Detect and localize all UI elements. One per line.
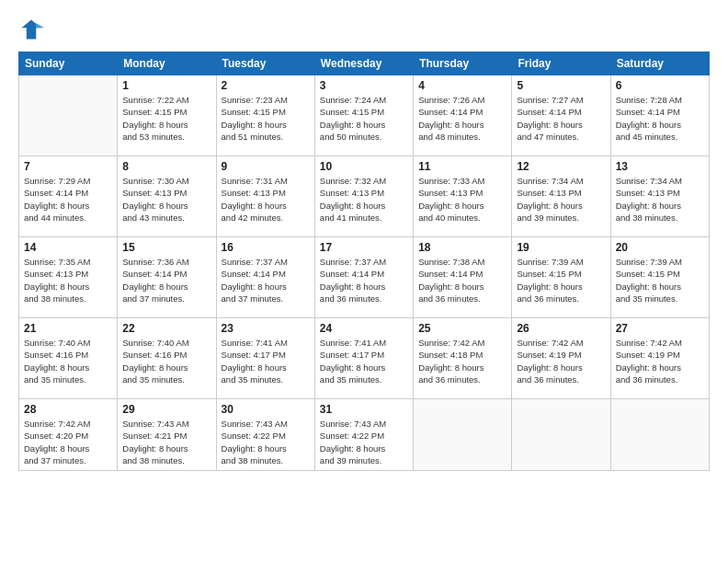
- day-number: 10: [320, 160, 408, 173]
- day-cell: 28Sunrise: 7:42 AM Sunset: 4:20 PM Dayli…: [19, 399, 118, 471]
- cell-content: Sunrise: 7:35 AM Sunset: 4:13 PM Dayligh…: [24, 256, 112, 304]
- day-number: 3: [320, 79, 408, 92]
- weekday-header-friday: Friday: [512, 52, 610, 75]
- weekday-header-sunday: Sunday: [19, 52, 118, 75]
- week-row-3: 14Sunrise: 7:35 AM Sunset: 4:13 PM Dayli…: [19, 237, 710, 318]
- day-cell: 5Sunrise: 7:27 AM Sunset: 4:14 PM Daylig…: [512, 75, 610, 156]
- cell-content: Sunrise: 7:24 AM Sunset: 4:15 PM Dayligh…: [320, 94, 408, 143]
- day-cell: [19, 75, 118, 156]
- day-cell: 8Sunrise: 7:30 AM Sunset: 4:13 PM Daylig…: [118, 156, 216, 237]
- cell-content: Sunrise: 7:22 AM Sunset: 4:15 PM Dayligh…: [122, 94, 210, 143]
- day-number: 24: [320, 322, 408, 335]
- day-cell: 23Sunrise: 7:41 AM Sunset: 4:17 PM Dayli…: [216, 318, 314, 399]
- cell-content: Sunrise: 7:31 AM Sunset: 4:13 PM Dayligh…: [222, 175, 310, 224]
- day-number: 5: [517, 79, 605, 92]
- day-cell: [414, 399, 512, 471]
- day-number: 26: [517, 322, 605, 335]
- day-cell: 20Sunrise: 7:39 AM Sunset: 4:15 PM Dayli…: [610, 237, 709, 318]
- day-cell: 30Sunrise: 7:43 AM Sunset: 4:22 PM Dayli…: [216, 399, 314, 471]
- day-number: 22: [122, 322, 210, 335]
- week-row-5: 28Sunrise: 7:42 AM Sunset: 4:20 PM Dayli…: [19, 399, 710, 471]
- day-number: 7: [24, 160, 112, 173]
- cell-content: Sunrise: 7:23 AM Sunset: 4:15 PM Dayligh…: [222, 94, 310, 143]
- weekday-header-monday: Monday: [118, 52, 216, 75]
- day-number: 27: [616, 322, 704, 335]
- day-number: 13: [616, 160, 704, 173]
- cell-content: Sunrise: 7:33 AM Sunset: 4:13 PM Dayligh…: [418, 175, 506, 224]
- cell-content: Sunrise: 7:34 AM Sunset: 4:13 PM Dayligh…: [517, 175, 605, 224]
- day-cell: [610, 399, 709, 471]
- day-cell: 17Sunrise: 7:37 AM Sunset: 4:14 PM Dayli…: [314, 237, 413, 318]
- day-cell: 31Sunrise: 7:43 AM Sunset: 4:22 PM Dayli…: [314, 399, 413, 471]
- day-number: 30: [222, 403, 310, 416]
- day-number: 8: [122, 160, 210, 173]
- day-cell: 9Sunrise: 7:31 AM Sunset: 4:13 PM Daylig…: [216, 156, 314, 237]
- day-cell: 3Sunrise: 7:24 AM Sunset: 4:15 PM Daylig…: [314, 75, 413, 156]
- day-cell: 12Sunrise: 7:34 AM Sunset: 4:13 PM Dayli…: [512, 156, 610, 237]
- day-cell: 24Sunrise: 7:41 AM Sunset: 4:17 PM Dayli…: [314, 318, 413, 399]
- cell-content: Sunrise: 7:32 AM Sunset: 4:13 PM Dayligh…: [320, 175, 408, 224]
- cell-content: Sunrise: 7:41 AM Sunset: 4:17 PM Dayligh…: [320, 337, 408, 385]
- logo: [18, 17, 48, 42]
- weekday-header-thursday: Thursday: [414, 52, 512, 75]
- svg-marker-0: [22, 20, 41, 40]
- day-number: 25: [418, 322, 506, 335]
- cell-content: Sunrise: 7:43 AM Sunset: 4:22 PM Dayligh…: [222, 418, 310, 466]
- day-cell: 4Sunrise: 7:26 AM Sunset: 4:14 PM Daylig…: [414, 75, 512, 156]
- cell-content: Sunrise: 7:37 AM Sunset: 4:14 PM Dayligh…: [222, 256, 310, 304]
- svg-marker-1: [36, 23, 44, 28]
- cell-content: Sunrise: 7:34 AM Sunset: 4:13 PM Dayligh…: [616, 175, 704, 224]
- weekday-header-tuesday: Tuesday: [216, 52, 314, 75]
- day-number: 17: [320, 241, 408, 254]
- cell-content: Sunrise: 7:42 AM Sunset: 4:20 PM Dayligh…: [24, 418, 112, 466]
- cell-content: Sunrise: 7:39 AM Sunset: 4:15 PM Dayligh…: [616, 256, 704, 304]
- day-cell: 14Sunrise: 7:35 AM Sunset: 4:13 PM Dayli…: [19, 237, 118, 318]
- cell-content: Sunrise: 7:27 AM Sunset: 4:14 PM Dayligh…: [517, 94, 605, 143]
- day-number: 29: [122, 403, 210, 416]
- header: [18, 17, 710, 42]
- day-number: 11: [418, 160, 506, 173]
- day-number: 12: [517, 160, 605, 173]
- cell-content: Sunrise: 7:29 AM Sunset: 4:14 PM Dayligh…: [24, 175, 112, 224]
- weekday-header-row: SundayMondayTuesdayWednesdayThursdayFrid…: [19, 52, 710, 75]
- day-number: 31: [320, 403, 408, 416]
- day-cell: 27Sunrise: 7:42 AM Sunset: 4:19 PM Dayli…: [610, 318, 709, 399]
- cell-content: Sunrise: 7:26 AM Sunset: 4:14 PM Dayligh…: [418, 94, 506, 143]
- day-cell: 29Sunrise: 7:43 AM Sunset: 4:21 PM Dayli…: [118, 399, 216, 471]
- day-number: 4: [418, 79, 506, 92]
- day-number: 2: [222, 79, 310, 92]
- weekday-header-saturday: Saturday: [610, 52, 709, 75]
- day-number: 21: [24, 322, 112, 335]
- day-number: 6: [616, 79, 704, 92]
- cell-content: Sunrise: 7:37 AM Sunset: 4:14 PM Dayligh…: [320, 256, 408, 304]
- cell-content: Sunrise: 7:28 AM Sunset: 4:14 PM Dayligh…: [616, 94, 704, 143]
- day-number: 19: [517, 241, 605, 254]
- day-cell: 6Sunrise: 7:28 AM Sunset: 4:14 PM Daylig…: [610, 75, 709, 156]
- cell-content: Sunrise: 7:43 AM Sunset: 4:21 PM Dayligh…: [122, 418, 210, 466]
- cell-content: Sunrise: 7:39 AM Sunset: 4:15 PM Dayligh…: [517, 256, 605, 304]
- day-cell: 16Sunrise: 7:37 AM Sunset: 4:14 PM Dayli…: [216, 237, 314, 318]
- day-number: 23: [222, 322, 310, 335]
- day-number: 28: [24, 403, 112, 416]
- day-number: 16: [222, 241, 310, 254]
- day-cell: 21Sunrise: 7:40 AM Sunset: 4:16 PM Dayli…: [19, 318, 118, 399]
- day-number: 1: [122, 79, 210, 92]
- cell-content: Sunrise: 7:42 AM Sunset: 4:18 PM Dayligh…: [418, 337, 506, 385]
- cell-content: Sunrise: 7:30 AM Sunset: 4:13 PM Dayligh…: [122, 175, 210, 224]
- page: SundayMondayTuesdayWednesdayThursdayFrid…: [0, 0, 728, 563]
- day-number: 20: [616, 241, 704, 254]
- day-number: 15: [122, 241, 210, 254]
- weekday-header-wednesday: Wednesday: [314, 52, 413, 75]
- day-cell: 2Sunrise: 7:23 AM Sunset: 4:15 PM Daylig…: [216, 75, 314, 156]
- week-row-2: 7Sunrise: 7:29 AM Sunset: 4:14 PM Daylig…: [19, 156, 710, 237]
- day-cell: 13Sunrise: 7:34 AM Sunset: 4:13 PM Dayli…: [610, 156, 709, 237]
- day-number: 18: [418, 241, 506, 254]
- cell-content: Sunrise: 7:36 AM Sunset: 4:14 PM Dayligh…: [122, 256, 210, 304]
- day-cell: 1Sunrise: 7:22 AM Sunset: 4:15 PM Daylig…: [118, 75, 216, 156]
- day-cell: 26Sunrise: 7:42 AM Sunset: 4:19 PM Dayli…: [512, 318, 610, 399]
- week-row-4: 21Sunrise: 7:40 AM Sunset: 4:16 PM Dayli…: [19, 318, 710, 399]
- day-cell: 10Sunrise: 7:32 AM Sunset: 4:13 PM Dayli…: [314, 156, 413, 237]
- day-cell: 22Sunrise: 7:40 AM Sunset: 4:16 PM Dayli…: [118, 318, 216, 399]
- day-cell: 25Sunrise: 7:42 AM Sunset: 4:18 PM Dayli…: [414, 318, 512, 399]
- day-cell: 15Sunrise: 7:36 AM Sunset: 4:14 PM Dayli…: [118, 237, 216, 318]
